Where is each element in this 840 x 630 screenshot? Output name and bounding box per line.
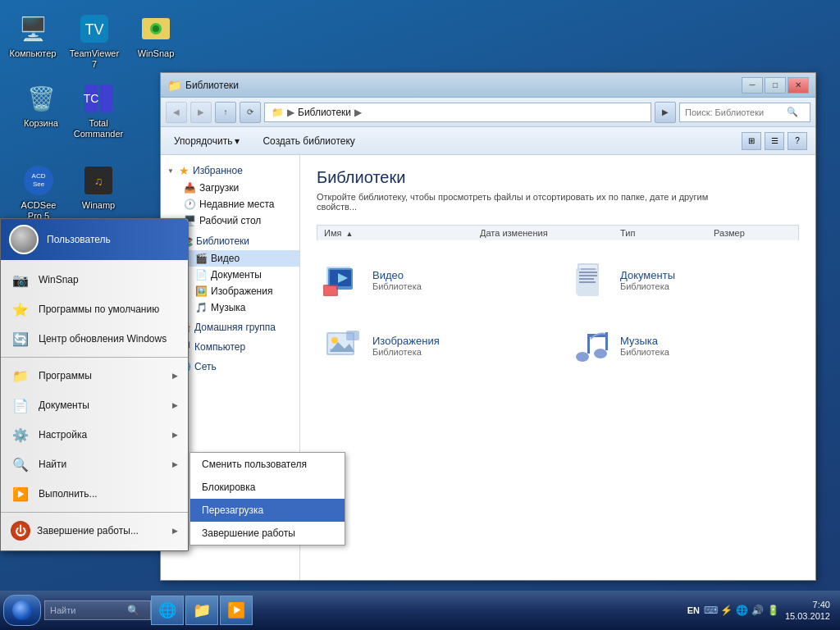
images-lib-name: Изображения [372, 335, 440, 347]
title-bar-left: 📁 Библиотеки [167, 79, 239, 92]
col-type-header[interactable]: Тип [620, 228, 714, 238]
view-change-button[interactable]: ⊞ [742, 132, 761, 150]
shutdown-label: Завершение работы... [37, 525, 166, 536]
desktop-icon-total-commander[interactable]: TC Total Commander [70, 78, 127, 143]
start-menu-header: Пользователь [1, 219, 188, 260]
programs-icon: 📁 [11, 366, 30, 386]
taskbar-items: 🌐 📁 ▶️ [151, 596, 681, 625]
go-button[interactable]: ▶ [655, 102, 676, 123]
settings-sm-icon: ⚙️ [11, 425, 30, 445]
sidebar-item-recent[interactable]: 🕐 Недавние места [161, 196, 299, 212]
col-size-header[interactable]: Размер [714, 228, 792, 238]
music-lib-type: Библиотека [620, 347, 669, 357]
start-button[interactable] [3, 595, 41, 626]
library-item-video[interactable]: Видео Библиотека [317, 253, 551, 306]
sm-item-search[interactable]: 🔍 Найти ▶ [1, 450, 188, 479]
create-library-button[interactable]: Создать библиотеку [258, 133, 359, 149]
help-button[interactable]: ? [788, 132, 807, 150]
taskbar-item-ie[interactable]: 🌐 [151, 596, 184, 625]
refresh-button[interactable]: ⟳ [240, 102, 261, 123]
window-title: Библиотеки [185, 80, 239, 91]
downloads-label: Загрузки [199, 182, 239, 194]
start-menu: Пользователь 📷 WinSnap ⭐ Программы по ум… [0, 218, 189, 551]
col-name-header[interactable]: Имя ▲ [324, 228, 480, 238]
taskbar-item-media[interactable]: ▶️ [220, 596, 253, 625]
teamviewer-icon: TV [77, 11, 112, 46]
back-button[interactable]: ◀ [166, 102, 187, 123]
maximize-button[interactable]: □ [765, 77, 786, 94]
tray-icon-volume[interactable]: 🔊 [751, 604, 765, 617]
library-item-music[interactable]: Музыка Библиотека [564, 319, 799, 372]
documents-library-icon [571, 260, 610, 299]
sidebar-favorites-header[interactable]: ▼ ★ Избранное [161, 162, 299, 180]
sm-item-documents[interactable]: 📄 Документы ▶ [1, 390, 188, 420]
settings-sm-label: Настройка [39, 429, 164, 441]
music-sidebar-label: Музыка [211, 302, 245, 313]
settings-sm-arrow-icon: ▶ [172, 431, 178, 439]
col-date-header[interactable]: Дата изменения [480, 228, 620, 238]
search-sm-label: Найти [39, 459, 164, 470]
search-box[interactable]: 🔍 [679, 103, 810, 122]
libraries-page-title: Библиотеки [317, 168, 799, 187]
desktop-icon-computer[interactable]: 🖥️ Компьютер [4, 8, 62, 62]
shutdown-arrow-icon: ▶ [172, 527, 178, 535]
close-button[interactable]: ✕ [788, 77, 809, 94]
library-item-documents[interactable]: Документы Библиотека [564, 253, 799, 306]
shutdown-power-icon: ⏻ [11, 521, 30, 541]
tray-icon-network[interactable]: 🌐 [736, 604, 749, 617]
desktop-icon-recycle[interactable]: 🗑️ Корзина [12, 78, 70, 132]
ssm-item-lock[interactable]: Блокировка [190, 476, 345, 499]
media-taskbar-icon: ▶️ [227, 601, 245, 619]
search-input[interactable] [685, 107, 783, 117]
search-icon[interactable]: 🔍 [787, 107, 798, 117]
start-menu-items: 📷 WinSnap ⭐ Программы по умолчанию 🔄 Цен… [1, 260, 188, 550]
taskbar-item-explorer[interactable]: 📁 [185, 596, 218, 625]
documents-sm-arrow-icon: ▶ [172, 401, 178, 409]
sm-item-settings[interactable]: ⚙️ Настройка ▶ [1, 420, 188, 450]
organize-button[interactable]: Упорядочить ▾ [169, 133, 244, 149]
tray-icon-battery[interactable]: 🔋 [767, 604, 780, 617]
user-avatar [9, 225, 39, 254]
minimize-button[interactable]: ─ [742, 77, 763, 94]
favorites-star-icon: ★ [179, 164, 189, 177]
system-clock[interactable]: 7:40 15.03.2012 [785, 599, 830, 623]
video-lib-type: Библиотека [372, 281, 422, 291]
winsnap-icon [139, 11, 173, 46]
desktop-icon-winsnap[interactable]: WinSnap [127, 8, 185, 62]
sm-item-windows-update[interactable]: 🔄 Центр обновления Windows [1, 324, 188, 354]
tray-icon-keyboard[interactable]: ⌨ [705, 604, 718, 617]
taskbar-search-input[interactable] [50, 605, 124, 615]
forward-button[interactable]: ▶ [190, 102, 212, 123]
desktop-icon-teamviewer[interactable]: TV TeamViewer 7 [66, 8, 123, 73]
winsnap-sm-label: WinSnap [39, 274, 178, 285]
ssm-item-restart[interactable]: Перезагрузка [190, 499, 345, 522]
sm-item-winsnap[interactable]: 📷 WinSnap [1, 265, 188, 294]
taskbar: 🔍 🌐 📁 ▶️ EN ⌨ ⚡ 🌐 🔊 🔋 7:40 15.03.2012 [0, 591, 840, 630]
shutdown-button[interactable]: ⏻ Завершение работы... ▶ Сменить пользов… [1, 516, 188, 546]
desktop-icon-acdsee[interactable]: ACD See ACDSee Pro 5 [10, 160, 67, 225]
recycle-icon: 🗑️ [24, 81, 58, 116]
toolbar: Упорядочить ▾ Создать библиотеку ⊞ ☰ ? [161, 127, 815, 155]
address-path[interactable]: 📁 ▶ Библиотеки ▶ [264, 103, 651, 122]
view-list-button[interactable]: ☰ [765, 132, 784, 150]
svg-point-37 [576, 352, 589, 362]
svg-text:TC: TC [84, 92, 99, 105]
desktop-icon-winamp[interactable]: ♫ Winamp [70, 160, 127, 214]
main-content: Библиотеки Откройте библиотеку, чтобы пр… [300, 155, 815, 580]
sm-item-default-programs[interactable]: ⭐ Программы по умолчанию [1, 294, 188, 324]
ssm-item-shutdown[interactable]: Завершение работы [190, 522, 345, 545]
sm-item-run[interactable]: ▶️ Выполнить... [1, 479, 188, 509]
clock-time: 7:40 [813, 599, 830, 610]
up-button[interactable]: ↑ [215, 102, 236, 123]
folder-icon-address: 📁 [272, 107, 284, 118]
tray-icon-bluetooth[interactable]: ⚡ [720, 604, 733, 617]
sidebar-item-downloads[interactable]: 📥 Загрузки [161, 180, 299, 196]
programs-arrow-icon: ▶ [172, 372, 178, 380]
video-lib-name: Видео [372, 269, 422, 281]
sm-item-programs[interactable]: 📁 Программы ▶ [1, 361, 188, 390]
music-library-icon [571, 326, 610, 365]
library-item-images[interactable]: Изображения Библиотека [317, 319, 551, 372]
taskbar-search[interactable]: 🔍 [44, 600, 151, 620]
ssm-item-switch-user[interactable]: Сменить пользователя [190, 453, 345, 476]
favorites-label: Избранное [193, 165, 243, 176]
